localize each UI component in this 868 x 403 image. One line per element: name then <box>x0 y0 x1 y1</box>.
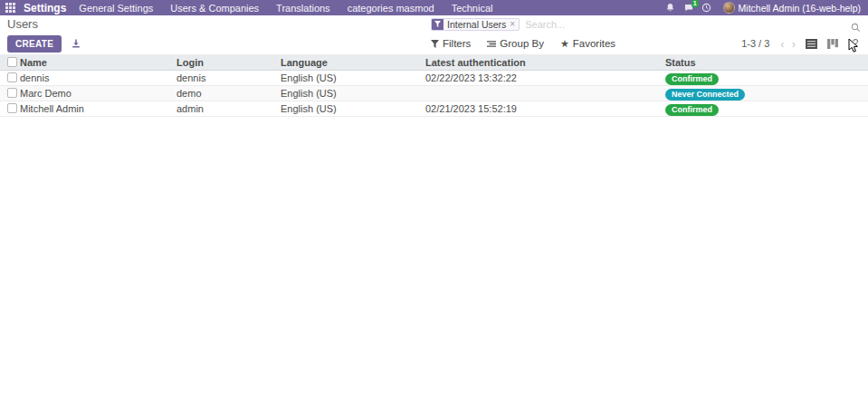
badge-never-connected: Never Connected <box>665 89 745 101</box>
groupby-label: Group By <box>500 38 544 49</box>
badge-confirmed: Confirmed <box>665 73 719 85</box>
pager-range: 1-3 / 3 <box>741 38 769 49</box>
header-status[interactable]: Status <box>665 57 696 68</box>
cell-name: Mitchell Admin <box>20 103 84 114</box>
group-by-icon <box>487 40 496 48</box>
app-name[interactable]: Settings <box>24 2 66 14</box>
search-facet-internal-users: Internal Users × <box>431 18 520 31</box>
table-row-marc-demo[interactable]: Marc Demo demo English (US) Never Connec… <box>0 86 868 101</box>
bell-icon[interactable] <box>662 0 680 15</box>
status-badge: Confirmed <box>665 72 719 85</box>
filter-funnel-icon <box>432 18 444 31</box>
users-list-view: Name Login Language Latest authenticatio… <box>0 54 868 117</box>
badge-confirmed: Confirmed <box>665 104 719 116</box>
list-view-icon <box>806 39 817 49</box>
top-menubar: Settings General Settings Users & Compan… <box>0 0 868 15</box>
cell-name: Marc Demo <box>20 88 72 99</box>
search-options: Filters Group By ★ Favorites <box>431 38 632 50</box>
search-bar[interactable]: Internal Users × <box>431 16 854 32</box>
row-checkbox[interactable] <box>7 88 17 98</box>
table-header-row: Name Login Language Latest authenticatio… <box>0 54 868 71</box>
table-row-mitchell-admin[interactable]: Mitchell Admin admin English (US) 02/21/… <box>0 101 868 117</box>
header-login[interactable]: Login <box>176 57 204 68</box>
header-latest-authentication[interactable]: Latest authentication <box>425 57 526 68</box>
row-checkbox[interactable] <box>7 103 17 113</box>
menu-translations[interactable]: Translations <box>276 3 330 14</box>
cell-login: admin <box>176 103 204 114</box>
kanban-view-button[interactable] <box>824 36 841 51</box>
status-badge: Confirmed <box>665 103 719 116</box>
groupby-menu[interactable]: Group By <box>487 38 544 49</box>
user-menu[interactable]: Mitchell Admin (16-web-help) <box>739 3 861 14</box>
menu-users-companies[interactable]: Users & Companies <box>170 3 259 14</box>
breadcrumb-users[interactable]: Users <box>7 17 38 31</box>
funnel-icon <box>431 40 439 48</box>
status-badge: Never Connected <box>665 88 745 101</box>
menu-technical[interactable]: Technical <box>452 3 493 14</box>
star-icon: ★ <box>560 38 569 50</box>
control-panel-bottom: CREATE Filters Group By ★ Favorites 1-3 … <box>0 33 868 54</box>
systray: 1 Mitchell Admin (16-web-help) <box>662 0 868 15</box>
search-facet-label: Internal Users <box>444 19 510 30</box>
create-button[interactable]: CREATE <box>7 35 62 53</box>
cell-login: demo <box>176 88 202 99</box>
user-avatar[interactable] <box>723 2 735 14</box>
pager-previous-icon[interactable]: ‹ <box>777 37 787 51</box>
messages-icon[interactable]: 1 <box>680 0 698 15</box>
filters-menu[interactable]: Filters <box>431 38 471 49</box>
pager-next-icon[interactable]: › <box>788 37 799 51</box>
favorites-menu[interactable]: ★ Favorites <box>560 38 615 50</box>
cell-name: dennis <box>20 72 49 83</box>
menu-categories-masmod[interactable]: categories masmod <box>348 3 434 14</box>
facet-remove-icon[interactable]: × <box>510 19 519 29</box>
row-checkbox[interactable] <box>7 72 17 82</box>
cell-language: English (US) <box>281 103 337 114</box>
grid-icon <box>5 3 15 13</box>
menu-general-settings[interactable]: General Settings <box>79 3 153 14</box>
header-language[interactable]: Language <box>281 57 328 68</box>
cell-login: dennis <box>176 72 205 83</box>
filters-label: Filters <box>443 38 471 49</box>
search-input[interactable] <box>525 19 854 30</box>
cell-language: English (US) <box>281 88 337 99</box>
favorites-label: Favorites <box>573 38 615 49</box>
cell-latest-auth: 02/22/2023 13:32:22 <box>425 72 517 83</box>
header-name[interactable]: Name <box>20 57 47 68</box>
list-view-button[interactable] <box>803 36 820 51</box>
help-button[interactable]: ? <box>850 37 861 50</box>
apps-menu-icon[interactable] <box>0 0 20 15</box>
table-row-dennis[interactable]: dennis dennis English (US) 02/22/2023 13… <box>0 71 868 86</box>
kanban-view-icon <box>827 39 838 49</box>
cell-latest-auth: 02/21/2023 15:52:19 <box>425 103 517 114</box>
pager-and-views: 1-3 / 3 ‹ › ? <box>741 36 861 51</box>
select-all-checkbox[interactable] <box>7 57 17 67</box>
control-panel-top: Users Internal Users × <box>0 15 868 33</box>
activities-clock-icon[interactable] <box>698 0 716 15</box>
export-download-icon[interactable] <box>71 38 81 49</box>
cell-language: English (US) <box>281 72 337 83</box>
